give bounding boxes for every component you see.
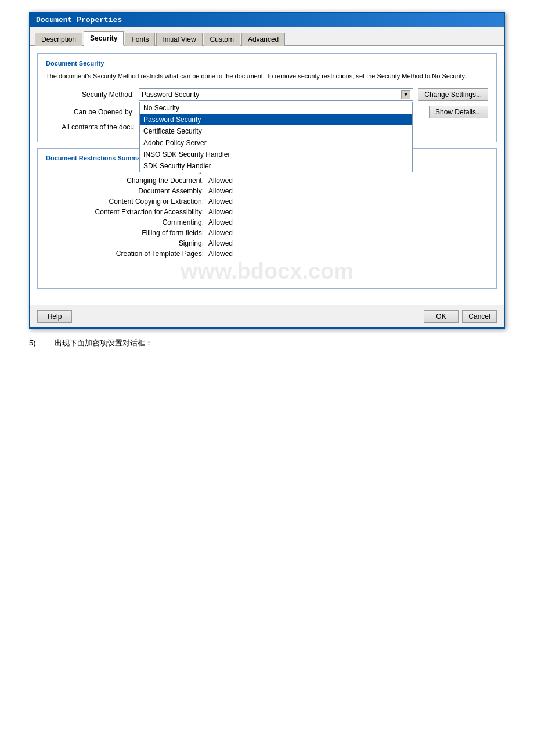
restriction-value-signing: Allowed [208,239,233,247]
dialog-content: Document Security The document's Securit… [30,46,504,305]
change-settings-button[interactable]: Change Settings... [418,88,488,101]
dialog-footer: Help OK Cancel [30,305,504,327]
restriction-label-copying: Content Copying or Extraction: [46,197,208,206]
restriction-row-copying: Content Copying or Extraction: Allowed [46,197,488,206]
restriction-label-changing: Changing the Document: [46,177,208,185]
all-contents-label: All contents of the docu [46,123,139,131]
instruction-number: 5) [29,339,52,347]
security-method-buttons: Change Settings... [418,88,488,101]
spacer [37,289,497,298]
show-details-button[interactable]: Show Details... [429,106,488,118]
document-security-section: Document Security The document's Securit… [37,53,497,142]
dropdown-option-adobe-policy[interactable]: Adobe Policy Server [140,137,412,149]
security-method-dropdown: No Security Password Security Certificat… [139,102,413,172]
dialog-titlebar: Document Properties [30,13,504,27]
restriction-label-signing: Signing: [46,239,208,247]
security-description: The document's Security Method restricts… [46,71,488,81]
security-method-value: Password Security [142,91,199,99]
can-be-opened-label: Can be Opened by: [46,108,139,116]
help-button[interactable]: Help [37,310,72,323]
restriction-value-assembly: Allowed [208,187,233,195]
dropdown-option-inso-sdk[interactable]: INSO SDK Security Handler [140,149,412,160]
restriction-value-changing: Allowed [208,177,233,185]
security-method-row: Security Method: Password Security ▼ No … [46,88,488,101]
security-method-select[interactable]: Password Security ▼ No Security Password… [139,88,413,101]
footer-right-buttons: OK Cancel [424,310,497,323]
document-security-label: Document Security [46,60,488,67]
restriction-value-commenting: Allowed [208,218,233,226]
tab-custom[interactable]: Custom [204,33,240,46]
restriction-value-template: Allowed [208,250,233,258]
restriction-row-signing: Signing: Allowed [46,239,488,247]
restriction-label-assembly: Document Assembly: [46,187,208,195]
restriction-row-commenting: Commenting: Allowed [46,218,488,226]
tabs-container: Description Security Fonts Initial View … [30,27,504,46]
cancel-button[interactable]: Cancel [462,310,497,323]
dialog-title: Document Properties [36,16,122,24]
restriction-row-template: Creation of Template Pages: Allowed [46,250,488,258]
restriction-value-accessibility: Allowed [208,208,233,216]
dropdown-option-sdk-handler[interactable]: SDK Security Handler [140,160,412,172]
page-container: Document Properties Description Security… [29,12,505,348]
restriction-row-changing: Changing the Document: Allowed [46,177,488,185]
tab-fonts[interactable]: Fonts [125,33,155,46]
restriction-value-form-fields: Allowed [208,229,233,237]
restriction-value-copying: Allowed [208,197,233,206]
dropdown-option-password-security[interactable]: Password Security [140,114,412,125]
restriction-row-assembly: Document Assembly: Allowed [46,187,488,195]
restriction-label-accessibility: Content Extraction for Accessibility: [46,208,208,216]
instruction-content: 出现下面加密项设置对话框： [55,339,153,347]
tab-description[interactable]: Description [35,33,82,46]
can-be-opened-buttons: Show Details... [429,106,488,118]
restriction-row-form-fields: Filling of form fields: Allowed [46,229,488,237]
restriction-row-accessibility: Content Extraction for Accessibility: Al… [46,208,488,216]
ok-button[interactable]: OK [424,310,459,323]
dropdown-option-no-security[interactable]: No Security [140,102,412,114]
restriction-label-commenting: Commenting: [46,218,208,226]
tab-initial-view[interactable]: Initial View [156,33,202,46]
security-method-label: Security Method: [46,91,139,99]
dropdown-option-certificate-security[interactable]: Certificate Security [140,125,412,137]
watermark-text: www.bdocx.com [46,260,488,282]
instruction-text: 5) 出现下面加密项设置对话框： [29,338,505,348]
select-arrow-icon: ▼ [401,90,410,99]
dialog-window: Document Properties Description Security… [29,12,505,329]
tab-security[interactable]: Security [84,31,124,46]
restriction-label-form-fields: Filling of form fields: [46,229,208,237]
tab-advanced[interactable]: Advanced [241,33,285,46]
restriction-label-template: Creation of Template Pages: [46,250,208,258]
